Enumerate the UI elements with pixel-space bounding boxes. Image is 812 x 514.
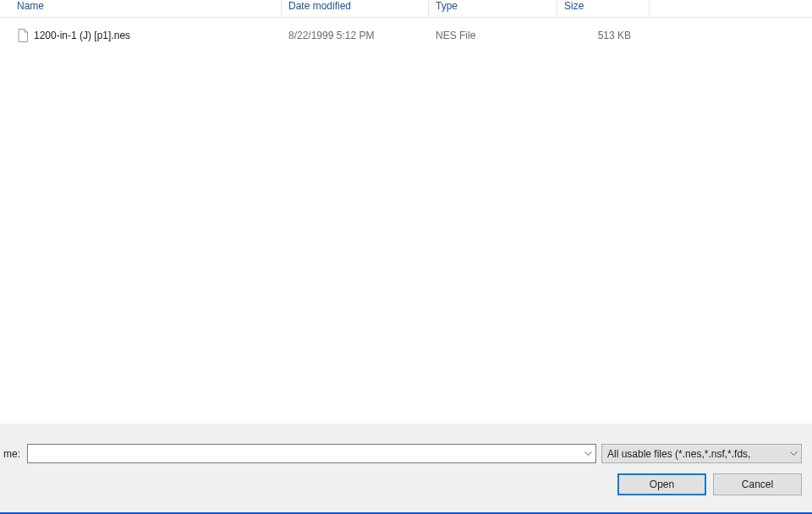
file-icon <box>17 29 29 42</box>
filetype-select[interactable]: All usable files (*.nes,*.nsf,*.fds, <box>601 444 802 463</box>
filename-label: me: <box>0 448 22 460</box>
file-name-text: 1200-in-1 (J) [p1].nes <box>34 30 130 41</box>
bottom-panel: me: All usable files (*.nes,*.nsf,*.fds,… <box>0 423 812 512</box>
filename-dropdown-button[interactable] <box>581 445 595 462</box>
filetype-selected-text: All usable files (*.nes,*.nsf,*.fds, <box>607 448 790 460</box>
column-header-date[interactable]: Date modified <box>282 0 429 17</box>
filetype-dropdown-caret <box>790 451 798 456</box>
column-header-type[interactable]: Type <box>429 0 557 17</box>
filename-row: me: All usable files (*.nes,*.nsf,*.fds, <box>0 444 802 463</box>
column-header-extra[interactable] <box>650 0 812 17</box>
file-date-cell: 8/22/1999 5:12 PM <box>282 30 429 41</box>
cancel-button[interactable]: Cancel <box>713 473 802 495</box>
open-button[interactable]: Open <box>617 473 706 495</box>
filename-combobox[interactable] <box>27 444 596 463</box>
file-list-area: Name Date modified Type Size 1200-in-1 (… <box>0 0 812 423</box>
column-header-name[interactable]: Name <box>0 0 282 17</box>
file-type-cell: NES File <box>429 30 557 41</box>
column-header-row: Name Date modified Type Size <box>0 0 812 18</box>
file-row[interactable]: 1200-in-1 (J) [p1].nes 8/22/1999 5:12 PM… <box>0 26 812 45</box>
file-name-cell: 1200-in-1 (J) [p1].nes <box>0 29 282 42</box>
chevron-down-icon <box>584 451 592 456</box>
chevron-down-icon <box>790 451 798 456</box>
dialog-buttons-row: Open Cancel <box>617 473 802 495</box>
file-size-cell: 513 KB <box>557 30 650 41</box>
filename-input[interactable] <box>28 445 581 462</box>
column-header-size[interactable]: Size <box>557 0 650 17</box>
